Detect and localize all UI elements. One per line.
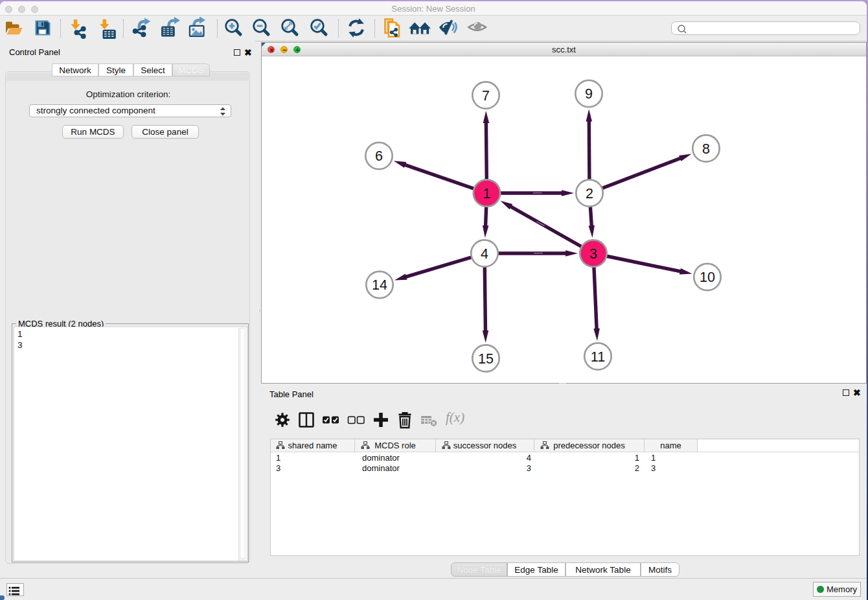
- svg-text:2: 2: [586, 186, 593, 202]
- svg-text:11: 11: [591, 349, 605, 365]
- svg-text:8: 8: [702, 141, 710, 157]
- svg-text:7: 7: [482, 88, 490, 104]
- svg-text:9: 9: [585, 86, 593, 102]
- svg-text:10: 10: [700, 270, 715, 285]
- svg-text:4: 4: [481, 246, 488, 262]
- svg-text:3: 3: [589, 246, 597, 262]
- svg-text:15: 15: [478, 351, 494, 367]
- svg-text:14: 14: [372, 277, 387, 293]
- svg-text:1: 1: [483, 186, 491, 202]
- svg-text:6: 6: [375, 148, 383, 164]
